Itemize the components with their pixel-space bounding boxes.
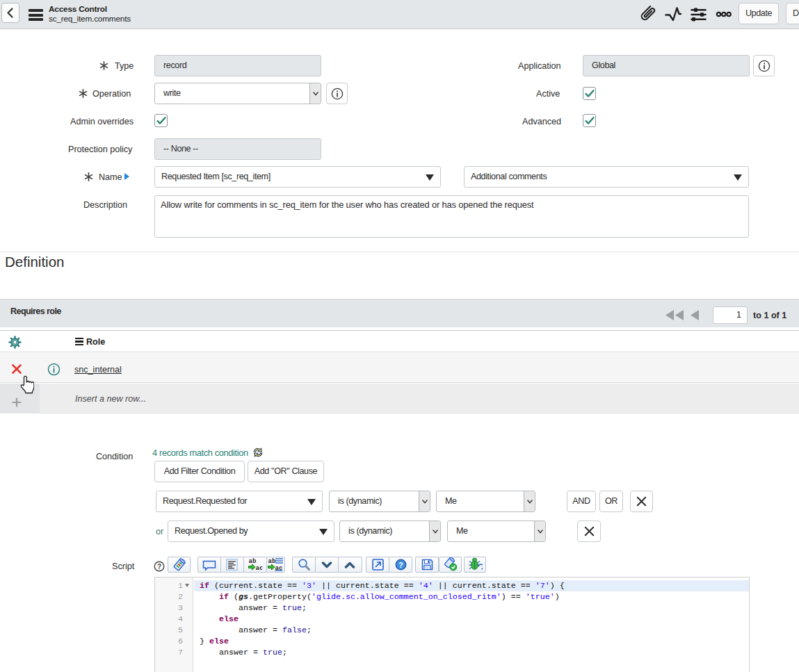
svg-text:?: ? xyxy=(398,561,403,569)
svg-text:ab: ab xyxy=(249,558,257,565)
svg-text:ab: ab xyxy=(268,558,276,565)
svg-text:ac: ac xyxy=(256,565,263,572)
svg-text:?: ? xyxy=(157,563,161,571)
